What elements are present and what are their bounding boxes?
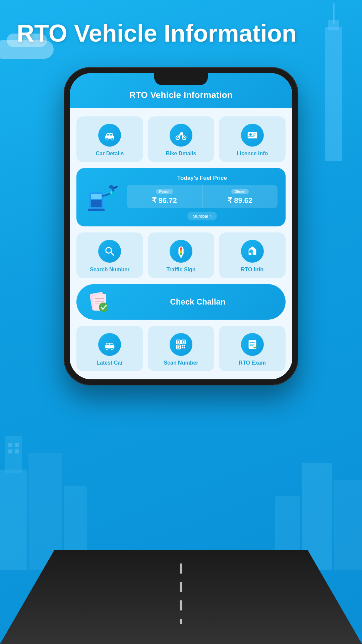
- search-number-label: Search Number: [90, 267, 129, 273]
- phone-inner-screen: RTO Vehicle Information: [70, 73, 292, 379]
- svg-point-22: [249, 133, 252, 136]
- svg-rect-62: [178, 346, 180, 348]
- fuel-card-title: Today's Fuel Price: [127, 175, 278, 181]
- svg-rect-65: [182, 347, 183, 348]
- petrol-price-value: ₹ 96.72: [131, 196, 198, 205]
- fuel-price-info: Today's Fuel Price Petrol ₹ 96.72 Diesel…: [127, 175, 278, 220]
- fuel-pump-icon: [86, 182, 120, 213]
- svg-rect-55: [107, 343, 109, 345]
- svg-rect-64: [184, 345, 185, 346]
- menu-card-search-number[interactable]: Search Number: [76, 232, 143, 278]
- diesel-price-value: ₹ 89.62: [206, 196, 274, 205]
- search-icon: [103, 245, 116, 258]
- fuel-city-name: Mumbai: [193, 214, 208, 219]
- svg-rect-63: [182, 345, 183, 346]
- svg-point-18: [180, 132, 183, 134]
- menu-card-latest-car[interactable]: Latest Car: [76, 326, 143, 371]
- traffic-sign-icon-circle: [170, 240, 192, 263]
- svg-rect-32: [91, 200, 102, 207]
- menu-card-rto-exam[interactable]: RTO Exam: [219, 326, 286, 371]
- svg-point-71: [250, 342, 251, 343]
- fuel-pump-area: [84, 182, 121, 213]
- rto-exam-label: RTO Exam: [239, 360, 266, 366]
- petrol-badge: Petrol: [156, 189, 173, 194]
- svg-rect-7: [8, 443, 12, 447]
- petrol-price-item: Petrol ₹ 96.72: [127, 185, 202, 208]
- svg-rect-10: [15, 449, 19, 453]
- licence-info-label: Licence Info: [237, 151, 268, 157]
- building-decoration: [325, 27, 342, 161]
- svg-point-53: [106, 347, 108, 350]
- svg-point-37: [180, 250, 182, 253]
- svg-point-54: [111, 347, 114, 350]
- latest-car-icon: [103, 338, 116, 351]
- scan-number-icon-circle: [170, 333, 192, 356]
- svg-point-30: [110, 191, 112, 194]
- svg-point-72: [250, 344, 251, 345]
- svg-point-38: [180, 253, 182, 255]
- app-body: Car Details: [70, 108, 292, 379]
- menu-card-scan-number[interactable]: Scan Number: [148, 326, 215, 371]
- car-icon: [103, 129, 116, 142]
- menu-card-bike-details[interactable]: Bike Details: [148, 116, 215, 162]
- search-number-icon-circle: [98, 240, 121, 263]
- svg-point-51: [99, 303, 108, 312]
- svg-point-20: [184, 137, 185, 139]
- rto-info-icon: [246, 245, 259, 258]
- app-content: RTO Vehicle Information: [70, 73, 292, 379]
- svg-point-45: [252, 253, 253, 254]
- svg-rect-27: [91, 194, 102, 199]
- licence-icon: [246, 129, 259, 142]
- svg-rect-15: [110, 134, 113, 136]
- svg-point-19: [177, 137, 179, 139]
- fuel-city-arrow-icon: ›: [210, 213, 212, 219]
- svg-rect-31: [88, 209, 105, 211]
- challan-icon-area: [86, 290, 113, 314]
- bottom-menu-grid: Latest Car: [76, 326, 286, 371]
- svg-rect-8: [15, 443, 19, 447]
- exam-icon: [246, 338, 259, 351]
- phone-outer-shell: RTO Vehicle Information: [64, 67, 298, 385]
- diesel-badge: Diesel: [231, 189, 249, 194]
- menu-card-licence-info[interactable]: Licence Info: [219, 116, 286, 162]
- menu-card-traffic-sign[interactable]: Traffic Sign: [148, 232, 215, 278]
- fuel-price-card[interactable]: Today's Fuel Price Petrol ₹ 96.72 Diesel…: [76, 168, 286, 226]
- fuel-prices-container: Petrol ₹ 96.72 Diesel ₹ 89.62: [127, 185, 278, 208]
- scan-number-label: Scan Number: [164, 360, 198, 366]
- challan-icon: [88, 291, 112, 313]
- app-header-title: RTO Vehicle Information: [80, 90, 282, 100]
- phone-mockup: RTO Vehicle Information: [64, 67, 298, 385]
- rto-info-icon-circle: [241, 240, 264, 263]
- page-title: RTO Vehicle Information: [17, 20, 345, 47]
- svg-rect-24: [253, 135, 255, 136]
- bike-icon: [175, 129, 187, 142]
- fuel-city-selector[interactable]: Mumbai ›: [187, 212, 217, 220]
- road-decoration: [0, 550, 362, 644]
- svg-rect-43: [249, 251, 253, 253]
- car-details-label: Car Details: [96, 151, 124, 157]
- svg-rect-0: [0, 470, 27, 570]
- svg-rect-1: [5, 436, 22, 473]
- svg-rect-60: [178, 341, 180, 343]
- latest-car-icon-circle: [98, 333, 121, 356]
- svg-point-44: [249, 253, 250, 254]
- svg-rect-66: [184, 347, 185, 348]
- svg-rect-5: [334, 480, 362, 570]
- svg-rect-39: [180, 256, 182, 258]
- challan-button-label: Check Challan: [120, 297, 276, 307]
- check-challan-button[interactable]: Check Challan: [76, 284, 286, 320]
- svg-point-73: [250, 345, 251, 346]
- svg-rect-61: [183, 341, 185, 343]
- svg-rect-56: [110, 343, 113, 345]
- svg-point-36: [180, 248, 182, 250]
- road-line: [180, 564, 182, 624]
- menu-card-rto-info[interactable]: RTO Info: [219, 232, 286, 278]
- latest-car-label: Latest Car: [97, 360, 123, 366]
- svg-point-12: [106, 138, 108, 140]
- menu-card-car-details[interactable]: Car Details: [76, 116, 143, 162]
- mid-menu-grid: Search Number: [76, 232, 286, 278]
- traffic-light-icon: [175, 245, 187, 258]
- car-details-icon-circle: [98, 124, 121, 147]
- svg-rect-21: [247, 132, 257, 139]
- licence-info-icon-circle: [241, 124, 264, 147]
